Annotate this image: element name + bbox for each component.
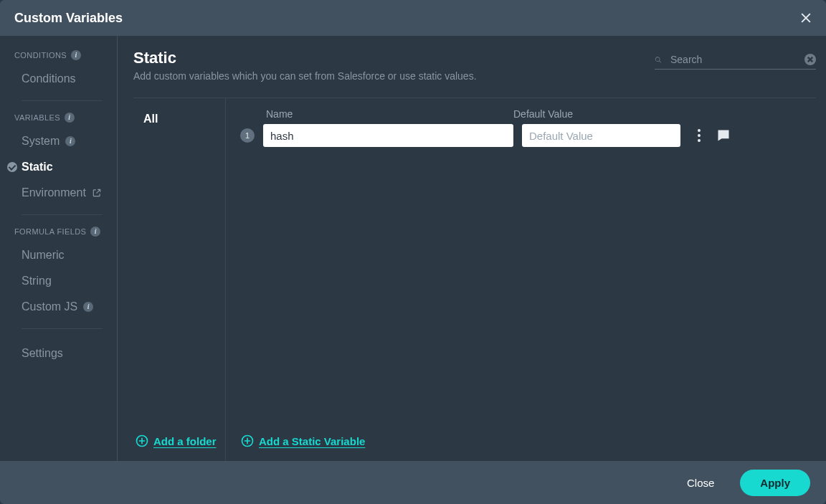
- search-field[interactable]: [655, 52, 816, 70]
- modal-header: Custom Variables: [0, 0, 826, 36]
- divider: [22, 100, 103, 101]
- variable-name-input[interactable]: [263, 124, 513, 147]
- variable-row: 1: [240, 124, 816, 147]
- main-panel: Static Add custom variables which you ca…: [118, 36, 826, 461]
- modal-footer: Close Apply: [0, 461, 826, 504]
- variables-column: Name Default Value 1: [226, 98, 816, 461]
- add-folder-button[interactable]: Add a folder: [135, 434, 217, 448]
- divider: [22, 328, 103, 329]
- variables-header-row: Name Default Value: [240, 108, 816, 120]
- sidebar-item-system[interactable]: System i: [0, 128, 117, 154]
- plus-circle-icon: [240, 434, 255, 448]
- info-icon[interactable]: i: [65, 136, 75, 146]
- sidebar: CONDITIONS i Conditions VARIABLES i Syst…: [0, 36, 118, 461]
- close-button[interactable]: Close: [678, 471, 723, 495]
- folders-column: All Add a folder: [133, 98, 226, 461]
- column-header-name: Name: [266, 108, 502, 120]
- sidebar-item-conditions[interactable]: Conditions: [0, 66, 117, 92]
- content-columns: All Add a folder Name: [133, 98, 816, 461]
- section-label: FORMULA FIELDS: [14, 227, 86, 236]
- sidebar-item-label: Environment: [22, 186, 86, 199]
- add-folder-label: Add a folder: [153, 435, 217, 447]
- section-header-variables: VARIABLES i: [0, 113, 117, 128]
- sidebar-item-environment[interactable]: Environment: [0, 180, 117, 206]
- add-static-variable-button[interactable]: Add a Static Variable: [240, 434, 365, 448]
- sidebar-item-static[interactable]: Static: [0, 154, 117, 180]
- page-title: Static: [133, 49, 477, 67]
- add-variable-label: Add a Static Variable: [259, 435, 365, 447]
- row-index-badge: 1: [240, 128, 255, 143]
- section-label: CONDITIONS: [14, 51, 67, 60]
- section-header-formula: FORMULA FIELDS i: [0, 227, 117, 242]
- variable-default-input[interactable]: [522, 124, 680, 147]
- sidebar-item-string[interactable]: String: [0, 268, 117, 294]
- info-icon[interactable]: i: [90, 227, 100, 237]
- sidebar-item-custom-js[interactable]: Custom JS i: [0, 294, 117, 320]
- page-subtitle: Add custom variables which you can set f…: [133, 70, 477, 82]
- sidebar-item-settings[interactable]: Settings: [0, 341, 117, 366]
- variables-footer: Add a Static Variable: [240, 424, 816, 461]
- modal-title: Custom Variables: [14, 11, 123, 26]
- close-icon[interactable]: [797, 9, 815, 27]
- clear-search-icon[interactable]: [804, 54, 816, 65]
- external-link-icon: [92, 188, 102, 198]
- sidebar-item-label: Static: [22, 161, 53, 173]
- sidebar-item-label: Custom JS: [22, 300, 77, 313]
- modal-body: CONDITIONS i Conditions VARIABLES i Syst…: [0, 36, 826, 461]
- folders-footer: Add a folder: [133, 424, 225, 461]
- kebab-menu-icon[interactable]: [695, 126, 703, 145]
- plus-circle-icon: [135, 434, 149, 448]
- search-input[interactable]: [669, 53, 797, 66]
- apply-button[interactable]: Apply: [740, 470, 810, 496]
- main-heading-block: Static Add custom variables which you ca…: [133, 49, 477, 82]
- info-icon[interactable]: i: [83, 302, 93, 312]
- info-icon[interactable]: i: [71, 50, 81, 60]
- custom-variables-modal: Custom Variables CONDITIONS i Conditions…: [0, 0, 826, 504]
- section-label: VARIABLES: [14, 113, 60, 122]
- sidebar-item-label: Conditions: [22, 72, 76, 85]
- folder-all[interactable]: All: [133, 108, 225, 130]
- comment-icon[interactable]: [716, 128, 731, 143]
- sidebar-item-label: String: [22, 275, 52, 287]
- sidebar-item-numeric[interactable]: Numeric: [0, 242, 117, 268]
- sidebar-item-label: Settings: [22, 347, 63, 360]
- divider: [22, 214, 103, 215]
- column-header-default: Default Value: [513, 108, 658, 120]
- info-icon[interactable]: i: [65, 113, 75, 123]
- main-top: Static Add custom variables which you ca…: [133, 49, 816, 82]
- search-icon: [655, 54, 662, 65]
- row-actions: [695, 126, 731, 145]
- section-header-conditions: CONDITIONS i: [0, 50, 117, 66]
- sidebar-item-label: Numeric: [22, 249, 65, 262]
- sidebar-item-label: System: [22, 135, 60, 148]
